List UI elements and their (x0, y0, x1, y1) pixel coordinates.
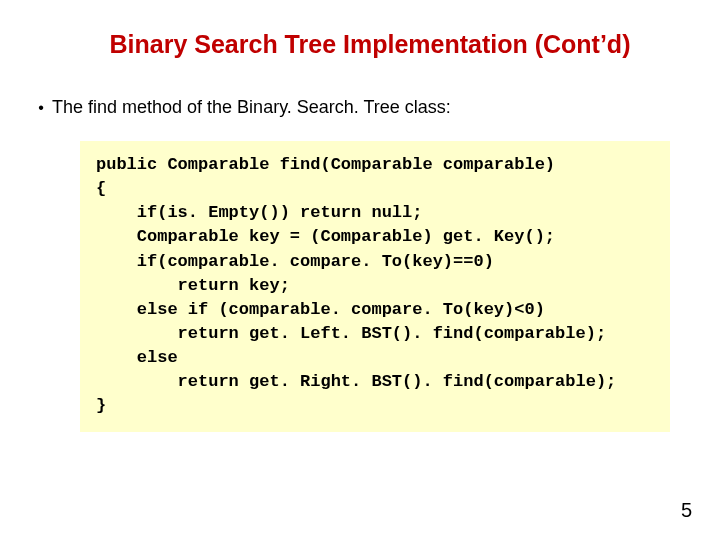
bullet-item: • The find method of the Binary. Search.… (30, 97, 680, 119)
slide-title: Binary Search Tree Implementation (Cont’… (60, 30, 680, 59)
bullet-text: The find method of the Binary. Search. T… (52, 97, 680, 118)
bullet-dot-icon: • (30, 97, 52, 119)
slide: Binary Search Tree Implementation (Cont’… (0, 0, 720, 540)
code-block: public Comparable find(Comparable compar… (80, 141, 670, 432)
page-number: 5 (681, 499, 692, 522)
